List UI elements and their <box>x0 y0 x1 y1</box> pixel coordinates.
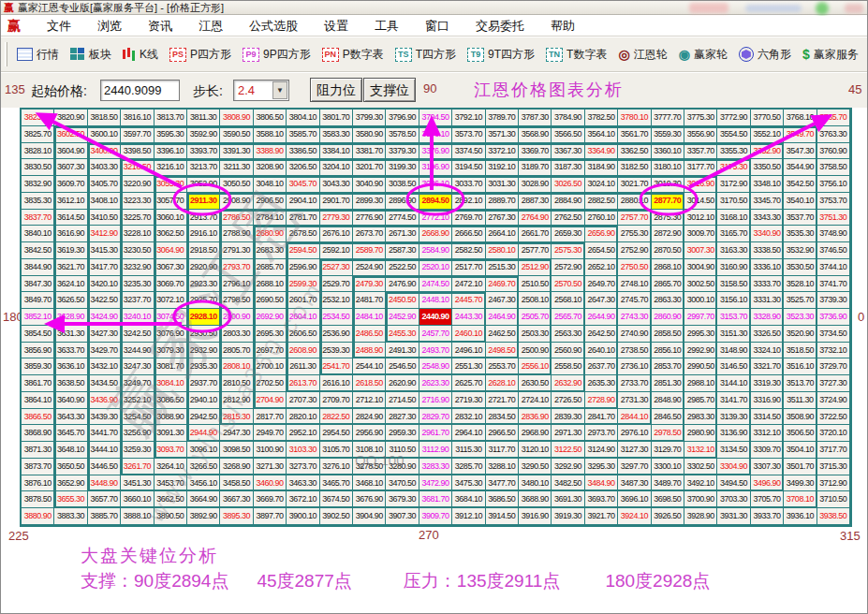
price-cell: 3900.10 <box>287 508 319 525</box>
price-cell: 3004.90 <box>684 259 717 276</box>
app-window: 赢赢家江恩专业版[赢家服务平台] - [价格正方形] 赢 文件浏览资讯江恩公式选… <box>0 0 868 614</box>
angle-label-225: 225 <box>8 529 29 543</box>
background-window-artifact <box>689 3 728 13</box>
toolbar-button-六角形[interactable]: 六角形 <box>736 45 794 65</box>
price-cell: 3926.50 <box>652 508 684 525</box>
menu-item-6[interactable]: 工具 <box>361 18 412 35</box>
price-cell: 2572.90 <box>552 259 584 276</box>
price-cell: 3410.50 <box>88 210 121 227</box>
toolbar-label: 9P四方形 <box>263 47 311 63</box>
price-cell: 3756.10 <box>817 176 850 193</box>
support-button[interactable]: 支撑位 <box>363 78 416 102</box>
price-cell: 3297.70 <box>618 459 651 475</box>
menu-item-9[interactable]: 帮助 <box>537 18 588 35</box>
price-cell: 2666.50 <box>452 226 485 242</box>
price-cell: 3559.30 <box>652 126 684 143</box>
price-cell: 2911.30 <box>187 193 220 210</box>
toolbar-button-板块[interactable]: 板块 <box>67 45 114 65</box>
price-cell: 3256.90 <box>121 425 154 442</box>
price-cell: 3026.50 <box>552 176 584 193</box>
price-cell: 3115.30 <box>452 442 485 459</box>
menu-item-3[interactable]: 江恩 <box>185 18 236 35</box>
price-cell: 3816.10 <box>121 110 154 126</box>
price-cell: 3806.50 <box>254 110 287 126</box>
price-cell: 3316.90 <box>751 392 784 409</box>
price-cell: 3201.70 <box>353 159 386 176</box>
toolbar-button-行情[interactable]: 行情 <box>14 45 62 65</box>
price-cell: 3235.30 <box>121 276 154 293</box>
price-cell: 2450.50 <box>386 292 419 309</box>
price-cell: 2642.50 <box>585 326 618 343</box>
start-price-input[interactable] <box>100 80 180 101</box>
key-level-text: 支撑： <box>81 571 134 591</box>
page-title: 江恩价格图表分析 <box>474 79 624 101</box>
price-cell: 3753.70 <box>817 193 850 210</box>
menu-item-2[interactable]: 资讯 <box>135 18 185 35</box>
price-cell: 2913.70 <box>187 210 220 227</box>
t9-badge-icon: T9 <box>467 48 484 62</box>
price-cell: 3669.70 <box>254 491 287 508</box>
price-cell: 2697.70 <box>254 343 287 359</box>
price-cell: 2623.30 <box>419 375 452 392</box>
price-cell: 2796.10 <box>220 276 253 293</box>
price-cell: 3775.30 <box>684 110 717 126</box>
start-price-label: 起始价格: <box>31 83 87 100</box>
toolbar-button-K线[interactable]: K线 <box>120 45 161 65</box>
menu-bar: 赢 文件浏览资讯江恩公式选股设置工具窗口交易委托帮助 <box>1 16 867 37</box>
price-cell: 2829.70 <box>419 409 452 426</box>
toolbar-button-赢家轮[interactable]: ◉赢家轮 <box>676 45 730 65</box>
price-cell: 3580.90 <box>353 126 386 143</box>
price-cell: 3664.90 <box>187 491 220 508</box>
price-cell: 3067.30 <box>154 259 187 276</box>
step-select[interactable]: 2.4 ▼ <box>233 80 289 101</box>
menu-item-5[interactable]: 设置 <box>311 18 361 35</box>
toolbar-button-T四方形[interactable]: TST四方形 <box>392 45 459 65</box>
background-window-artifact <box>816 2 829 15</box>
price-cell: 2455.30 <box>386 326 419 343</box>
toolbar-button-9T四方形[interactable]: T99T四方形 <box>464 45 537 65</box>
toolbar-button-P数字表[interactable]: PNP数字表 <box>319 45 387 65</box>
price-cell: 3391.30 <box>220 143 253 160</box>
price-cell: 3640.90 <box>54 392 87 409</box>
price-cell: 3832.90 <box>22 176 54 193</box>
price-cell: 3919.30 <box>552 508 584 525</box>
toolbar-button-赢家服务[interactable]: $赢家服务 <box>800 45 861 65</box>
menu-item-8[interactable]: 交易委托 <box>463 18 537 35</box>
toolbar-button-T数字表[interactable]: TNT数字表 <box>543 45 610 65</box>
price-cell: 3650.50 <box>54 459 87 475</box>
price-cell: 3184.90 <box>585 159 618 176</box>
price-cell: 3912.10 <box>452 508 485 525</box>
price-cell: 3187.30 <box>552 159 584 176</box>
menu-item-0[interactable]: 文件 <box>34 18 84 35</box>
price-cell: 3348.10 <box>751 176 784 193</box>
price-cell: 2726.50 <box>552 392 584 409</box>
price-cell: 3691.30 <box>552 491 584 508</box>
price-cell: 3897.70 <box>254 508 287 525</box>
price-cell: 3141.70 <box>717 392 750 409</box>
price-cell: 3703.30 <box>717 491 750 508</box>
price-cell: 3722.50 <box>817 409 850 426</box>
price-cell: 3535.30 <box>784 226 817 242</box>
price-cell: 3583.30 <box>320 126 353 143</box>
menu-item-7[interactable]: 窗口 <box>412 18 463 35</box>
menu-item-4[interactable]: 公式选股 <box>236 18 311 35</box>
price-cell: 2656.90 <box>585 226 618 242</box>
price-cell: 3914.50 <box>486 508 519 525</box>
price-cell: 3631.30 <box>54 326 87 343</box>
chevron-down-icon[interactable]: ▼ <box>272 81 287 99</box>
price-cell: 2779.30 <box>320 210 353 227</box>
price-cell: 3028.90 <box>519 176 552 193</box>
price-cell: 3609.70 <box>54 176 87 193</box>
price-cell: 3405.70 <box>88 176 121 193</box>
price-cell: 3319.30 <box>751 375 784 392</box>
toolbar-button-P四方形[interactable]: PSP四方形 <box>167 45 234 65</box>
toolbar-button-9P四方形[interactable]: P99P四方形 <box>240 45 314 65</box>
toolbar-button-江恩轮[interactable]: ◎江恩轮 <box>615 45 669 65</box>
menu-item-1[interactable]: 浏览 <box>84 18 135 35</box>
price-cell: 3151.30 <box>717 326 750 343</box>
price-cell: 3626.50 <box>54 292 87 309</box>
price-cell: 2755.30 <box>618 226 651 242</box>
resistance-button[interactable]: 阻力位 <box>310 78 362 102</box>
price-cell: 3036.10 <box>419 176 452 193</box>
price-cell: 3660.10 <box>121 491 154 508</box>
